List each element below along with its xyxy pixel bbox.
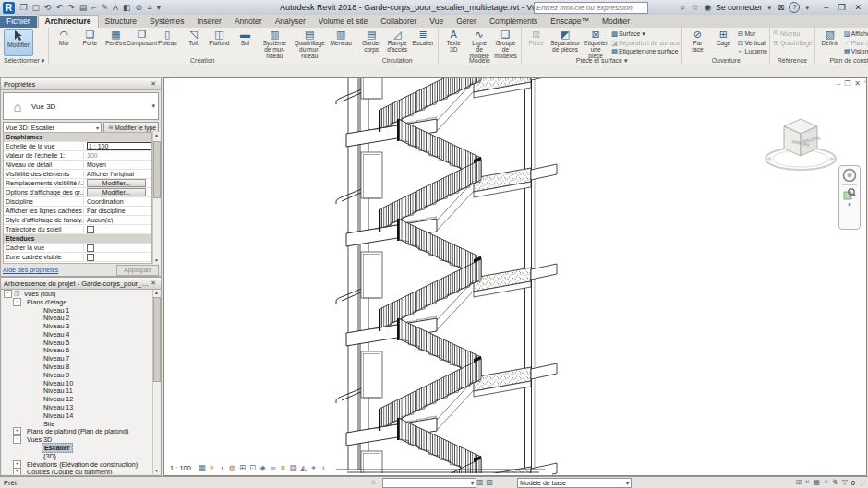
- ribbon-button[interactable]: ▥ Système de mur-rideau: [258, 29, 291, 55]
- view-restore-icon[interactable]: ❒: [844, 79, 850, 88]
- ribbon-tab[interactable]: Structure: [99, 16, 144, 28]
- sign-in-caret-icon[interactable]: ▾: [764, 2, 775, 14]
- tree-item[interactable]: Niveau 3: [2, 322, 152, 330]
- ribbon-button[interactable]: ≣ Escalier: [410, 29, 436, 55]
- measure-icon[interactable]: ⌐: [90, 1, 99, 15]
- ribbon-tab[interactable]: Enscape™: [544, 16, 596, 28]
- tree-expander-icon[interactable]: [30, 387, 38, 395]
- close-icon[interactable]: ✕: [149, 280, 158, 287]
- tree-item[interactable]: Niveau 6: [2, 347, 152, 355]
- aligned-dimension-icon[interactable]: ✎: [99, 1, 111, 15]
- ribbon-button[interactable]: ▯ Poteau: [154, 29, 180, 55]
- crop-view-icon[interactable]: ⊞: [237, 463, 247, 473]
- tree-item[interactable]: Niveau 5: [2, 339, 152, 347]
- scroll-up-icon[interactable]: ▲: [153, 132, 160, 138]
- reveal-hidden-icon[interactable]: ¤: [278, 463, 288, 473]
- editable-only-icon[interactable]: ⊞: [795, 478, 802, 487]
- scroll-up-icon[interactable]: ▲: [153, 290, 160, 296]
- ribbon-button[interactable]: ◠ Mur: [51, 29, 77, 55]
- sync-icon[interactable]: ⟲: [42, 1, 54, 15]
- tree-expander-icon[interactable]: [30, 411, 38, 420]
- property-row[interactable]: Zone cadrée visible: [4, 253, 151, 262]
- steering-wheel-icon[interactable]: [842, 168, 857, 183]
- tree-expander-icon[interactable]: +: [13, 427, 21, 435]
- view-minimize-icon[interactable]: –: [837, 79, 840, 88]
- apply-button[interactable]: Appliquer: [116, 265, 159, 276]
- ribbon-button[interactable]: ▦ Fenêtre: [102, 29, 128, 55]
- property-row[interactable]: Cadrer la vue: [4, 244, 151, 253]
- drawing-area[interactable]: – ❒ ✕ ^ ARRIÈRE GAUCHE: [163, 77, 867, 476]
- property-row[interactable]: Remplacements visibilité /... Modifier..…: [4, 179, 151, 188]
- request-icon[interactable]: ▨: [487, 478, 494, 486]
- tree-item[interactable]: Niveau 1: [2, 306, 152, 315]
- ribbon-button[interactable]: ◩ Séparateur de pièces: [549, 29, 582, 55]
- tree-expander-icon[interactable]: [30, 420, 38, 428]
- ribbon-button[interactable]: ⊠ Pièce: [524, 29, 549, 55]
- search-go-icon[interactable]: ⌕: [678, 3, 688, 13]
- ribbon-button[interactable]: ◿ Rampe d'accès: [384, 29, 410, 55]
- tree-item[interactable]: Site: [2, 420, 152, 428]
- tree-item[interactable]: Niveau 2: [2, 314, 152, 322]
- shadows-icon[interactable]: ◑: [217, 463, 227, 473]
- tree-expander-icon[interactable]: +: [13, 460, 21, 469]
- ribbon-small-button[interactable]: ⟋ Plan de référence: [843, 39, 868, 48]
- ribbon-tab[interactable]: Collaborer: [374, 16, 423, 28]
- ribbon-tab[interactable]: Annoter: [228, 16, 269, 28]
- panel-label-selectionner[interactable]: Sélectionner ▾: [0, 56, 48, 65]
- exchange-apps-icon[interactable]: ⊠: [775, 3, 788, 12]
- tree-expander-icon[interactable]: -: [13, 298, 21, 306]
- rendering-dialog-icon[interactable]: ◍: [227, 463, 237, 473]
- drag-on-selection-icon[interactable]: ↯: [832, 478, 838, 487]
- ribbon-tab[interactable]: Compléments: [483, 16, 544, 28]
- help-caret-icon[interactable]: ▾: [802, 2, 813, 14]
- ribbon-small-button[interactable]: ⇱ Niveau: [772, 30, 813, 39]
- browser-scrollbar[interactable]: ▲ ▼: [152, 290, 160, 474]
- restore-button[interactable]: ❒: [833, 3, 850, 12]
- ribbon-button[interactable]: ◫ Plafond: [206, 29, 232, 55]
- ribbon-button[interactable]: ⊞ Cage: [710, 29, 736, 55]
- view-scale-button[interactable]: 1 : 100: [167, 463, 196, 473]
- ribbon-small-button[interactable]: ◪ Séparation de surface: [610, 39, 681, 48]
- property-row[interactable]: Graphismes: [4, 133, 151, 142]
- ribbon-button[interactable]: ▬ Sol: [232, 29, 258, 55]
- modifier-button[interactable]: Modifier: [4, 29, 33, 56]
- property-row[interactable]: Valeur de l'échelle 1: 100: [4, 151, 151, 161]
- property-row[interactable]: Niveau de détail Moyen: [4, 161, 151, 170]
- minimize-button[interactable]: –: [819, 3, 833, 12]
- tree-item[interactable]: + Elévations (Elévation de construction): [2, 460, 152, 469]
- filter-icon[interactable]: ▽: [842, 478, 848, 487]
- ribbon-tab[interactable]: Vue: [423, 16, 450, 28]
- property-row[interactable]: Discipline Coordination: [4, 197, 151, 207]
- property-row[interactable]: Style d'affichage de l'analy... Aucun(e): [4, 216, 151, 225]
- tree-expander-icon[interactable]: [30, 354, 38, 363]
- ribbon-small-button[interactable]: ⊟ Mur: [736, 30, 767, 39]
- ribbon-button[interactable]: ⊠ Etiqueter une pièce: [581, 29, 610, 55]
- tree-item[interactable]: Niveau 11: [2, 387, 152, 396]
- ribbon-button[interactable]: ▤ Quadrillage du mur-rideau: [291, 29, 328, 55]
- tree-item[interactable]: - Plans d'étage: [2, 298, 152, 306]
- tree-expander-icon[interactable]: [30, 452, 38, 460]
- ribbon-small-button[interactable]: ▦ Visionneuse: [843, 47, 868, 56]
- ribbon-button[interactable]: ▧ Définir: [817, 29, 843, 55]
- ribbon-small-button[interactable]: ▩ Etiqueter une surface: [610, 47, 681, 56]
- redo-icon[interactable]: ↷: [66, 1, 78, 15]
- favorites-icon[interactable]: ☆: [688, 3, 701, 12]
- open-icon[interactable]: ❒: [18, 1, 30, 15]
- type-selector[interactable]: ⌂ Vue 3D ▾: [3, 92, 159, 120]
- properties-scrollbar[interactable]: ▲ ▼: [152, 132, 160, 264]
- properties-help-link[interactable]: Aide des propriétés: [3, 267, 58, 273]
- properties-header[interactable]: Propriétés ✕: [1, 78, 161, 90]
- ribbon-button[interactable]: ▤ Garde-corps: [358, 29, 384, 55]
- ribbon-button[interactable]: ❑ Groupe de modèles: [492, 29, 519, 55]
- ribbon-button[interactable]: ❏ Porte: [77, 29, 102, 55]
- thin-lines-icon[interactable]: ≡: [145, 1, 154, 15]
- section-icon[interactable]: ⊘: [133, 1, 145, 15]
- select-underlay-icon[interactable]: ▦: [814, 478, 821, 487]
- property-row[interactable]: Options d'affichage des gr... Modifier..…: [4, 188, 151, 197]
- temporary-hide-isolate-icon[interactable]: ∞: [268, 463, 278, 473]
- resize-grip[interactable]: ⋰: [860, 480, 866, 487]
- tree-item[interactable]: {3D}: [2, 452, 152, 460]
- ribbon-button[interactable]: ∿ Ligne de modèle: [466, 29, 492, 55]
- close-icon[interactable]: ✕: [149, 80, 158, 88]
- tree-expander-icon[interactable]: [30, 306, 38, 315]
